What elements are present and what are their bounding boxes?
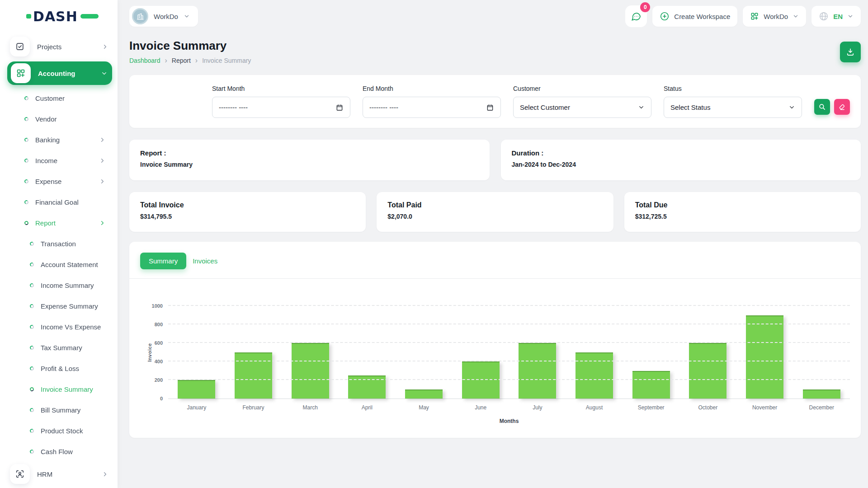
- bar-december[interactable]: [803, 389, 840, 399]
- language-code: EN: [833, 13, 843, 20]
- total-paid-card: Total Paid $2,070.0: [377, 192, 613, 232]
- y-axis-title: Invoice: [147, 343, 152, 361]
- x-tick-label: August: [566, 404, 623, 411]
- tab-invoices[interactable]: Invoices: [193, 257, 217, 265]
- bullet-icon: [24, 221, 29, 225]
- sidebar-item-income-vs-expense[interactable]: Income Vs Expense: [6, 316, 113, 337]
- bullet-icon: [29, 345, 34, 350]
- chevron-right-icon: [102, 471, 108, 478]
- sidebar-item-income[interactable]: Income: [6, 150, 113, 171]
- sidebar-item-accounting[interactable]: Accounting: [7, 61, 112, 85]
- chevron-down-icon: [101, 70, 108, 77]
- breadcrumb-report[interactable]: Report: [172, 57, 191, 64]
- bar-slot: [168, 306, 225, 399]
- language-selector[interactable]: EN: [811, 6, 861, 27]
- sidebar-item-bill-summary[interactable]: Bill Summary: [6, 399, 113, 420]
- x-tick-label: February: [225, 404, 282, 411]
- bar-july[interactable]: [519, 343, 556, 399]
- messages-button[interactable]: 0: [625, 5, 647, 27]
- customer-select[interactable]: Select Customer: [513, 97, 651, 118]
- sidebar-item-product-stock[interactable]: Product Stock: [6, 420, 113, 441]
- sidebar-item-label: Expense Summary: [41, 302, 106, 310]
- sidebar-item-financial-goal[interactable]: Financial Goal: [6, 192, 113, 212]
- sidebar-item-label: Bill Summary: [41, 406, 106, 414]
- apply-filter-button[interactable]: [814, 99, 830, 115]
- sidebar-item-label: Expense: [35, 178, 99, 185]
- workspace-switcher[interactable]: WorkDo: [129, 6, 198, 27]
- sidebar-item-projects[interactable]: Projects: [6, 34, 113, 59]
- download-button[interactable]: [840, 42, 861, 62]
- bar-january[interactable]: [178, 380, 215, 399]
- gridline-600: [168, 342, 850, 343]
- bar-slot: [339, 306, 396, 399]
- start-month-label: Start Month: [212, 85, 350, 92]
- breadcrumb-dashboard[interactable]: Dashboard: [129, 57, 160, 64]
- duration-card: Duration : Jan-2024 to Dec-2024: [501, 140, 861, 180]
- bar-november[interactable]: [746, 315, 783, 399]
- bar-june[interactable]: [462, 361, 500, 399]
- calendar-icon[interactable]: [486, 103, 494, 112]
- bullet-icon: [29, 428, 34, 433]
- tab-summary[interactable]: Summary: [140, 253, 186, 269]
- chart-tabs: Summary Invoices: [140, 253, 850, 269]
- end-month-input[interactable]: -------- ----: [363, 97, 501, 118]
- sidebar-item-label: Financial Goal: [35, 198, 106, 206]
- sidebar-item-expense-summary[interactable]: Expense Summary: [6, 296, 113, 316]
- duration-card-value: Jan-2024 to Dec-2024: [512, 161, 850, 168]
- bar-march[interactable]: [292, 343, 329, 399]
- bullet-icon: [29, 408, 34, 413]
- workspace-avatar: [132, 8, 148, 24]
- calendar-icon[interactable]: [335, 103, 344, 112]
- bar-slot: [566, 306, 623, 399]
- bar-february[interactable]: [235, 352, 272, 399]
- checkbox-icon: [10, 37, 30, 56]
- bar-may[interactable]: [405, 389, 443, 399]
- sidebar-item-vendor[interactable]: Vendor: [6, 108, 113, 129]
- top-header: WorkDo 0 Create Workspace: [118, 0, 868, 33]
- sidebar-item-income-summary[interactable]: Income Summary: [6, 275, 113, 296]
- bar-august[interactable]: [576, 352, 613, 399]
- sidebar-item-tax-summary[interactable]: Tax Summary: [6, 337, 113, 358]
- x-tick-label: September: [623, 404, 679, 411]
- status-select[interactable]: Select Status: [664, 97, 802, 118]
- sidebar-item-profit-loss[interactable]: Profit & Loss: [6, 358, 113, 379]
- sidebar-item-label: Income: [35, 157, 99, 164]
- sidebar-item-invoice-summary[interactable]: Invoice Summary: [6, 379, 113, 399]
- end-month-label: End Month: [363, 85, 501, 92]
- breadcrumb-separator: ›: [195, 57, 198, 64]
- sidebar-item-account-statement[interactable]: Account Statement: [6, 254, 113, 275]
- sidebar-item-customer[interactable]: Customer: [6, 88, 113, 108]
- total-due-value: $312,725.5: [635, 213, 850, 220]
- app-switcher[interactable]: WorkDo: [743, 6, 806, 27]
- chevron-right-icon: [99, 220, 106, 226]
- x-tick-label: March: [282, 404, 339, 411]
- bullet-icon: [29, 324, 34, 329]
- bar-october[interactable]: [689, 343, 726, 399]
- sidebar-item-report[interactable]: Report: [6, 212, 113, 233]
- chevron-down-icon: [184, 13, 190, 19]
- start-month-field: Start Month -------- ----: [212, 85, 350, 118]
- report-card-value: Invoice Summary: [140, 161, 479, 168]
- bar-september[interactable]: [632, 371, 670, 399]
- bar-slot: [282, 306, 339, 399]
- total-paid-label: Total Paid: [387, 201, 602, 209]
- reset-filter-button[interactable]: [834, 99, 850, 115]
- sidebar-item-hrm[interactable]: HRM: [6, 462, 113, 486]
- x-axis-title: Months: [168, 418, 850, 424]
- sidebar-item-expense[interactable]: Expense: [6, 171, 113, 192]
- sidebar-item-transaction[interactable]: Transaction: [6, 233, 113, 254]
- plot-area: Invoice 02004006008001000: [168, 306, 850, 399]
- bar-slot: [736, 306, 793, 399]
- bar-slot: [509, 306, 566, 399]
- sidebar-item-label: Vendor: [35, 115, 106, 123]
- y-tick-label: 600: [155, 340, 163, 346]
- breadcrumb-current: Invoice Summary: [202, 57, 251, 64]
- brand-logo[interactable]: DASH: [26, 9, 99, 24]
- start-month-input[interactable]: -------- ----: [212, 97, 350, 118]
- sidebar-item-banking[interactable]: Banking: [6, 129, 113, 150]
- end-month-field: End Month -------- ----: [363, 85, 501, 118]
- create-workspace-button[interactable]: Create Workspace: [652, 6, 737, 27]
- gridline-200: [168, 379, 850, 380]
- x-tick-label: April: [339, 404, 396, 411]
- sidebar-item-cash-flow[interactable]: Cash Flow: [6, 441, 113, 462]
